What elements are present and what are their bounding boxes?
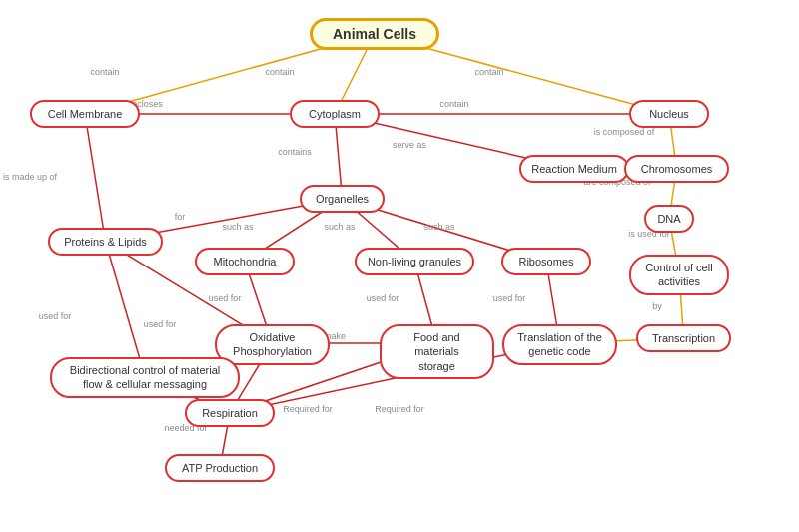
node-ribosomes: Ribosomes [501,248,591,275]
svg-text:contain: contain [439,99,468,109]
node-nucleus: Nucleus [629,100,709,128]
node-atp-production: ATP Production [165,454,275,482]
svg-text:used for: used for [144,319,177,329]
node-cell-membrane: Cell Membrane [30,100,140,128]
svg-line-24 [85,114,106,242]
svg-text:used for: used for [39,311,72,321]
node-oxidative-phosphorylation: Oxidative Phosphorylation [215,324,330,365]
node-non-living-granules: Non-living granules [355,248,474,275]
node-chromosomes: Chromosomes [624,155,729,183]
node-dna: DNA [644,205,694,233]
node-cytoplasm: Cytoplasm [290,100,380,128]
svg-text:contain: contain [90,67,119,77]
svg-text:contain: contain [265,67,294,77]
svg-text:Required for: Required for [283,404,333,414]
svg-text:for: for [175,212,186,222]
node-organelles: Organelles [300,185,385,213]
svg-text:by: by [652,301,662,311]
svg-text:contain: contain [474,67,503,77]
svg-text:used for: used for [367,293,400,303]
node-transcription: Transcription [636,324,731,352]
node-mitochondria: Mitochondria [195,248,295,275]
node-food-materials-storage: Food and materials storage [380,324,494,379]
node-proteins-lipids: Proteins & Lipids [48,228,163,256]
svg-text:such as: such as [423,222,455,232]
svg-text:is made up of: is made up of [3,172,58,182]
node-animal-cells: Animal Cells [310,18,439,50]
svg-text:used for: used for [209,293,242,303]
node-respiration: Respiration [185,399,275,427]
svg-text:such as: such as [222,222,254,232]
svg-text:serve as: serve as [393,140,427,150]
node-translation-genetic: Translation of the genetic code [502,324,617,365]
svg-text:Required for: Required for [375,404,424,414]
node-reaction-medium: Reaction Medium [519,155,629,183]
node-bidirectional-control: Bidirectional control of material flow &… [50,357,240,398]
node-control-cell: Control of cell activities [629,255,729,295]
svg-text:is composed of: is composed of [594,127,655,137]
svg-text:contains: contains [278,147,312,157]
svg-text:used for: used for [493,293,526,303]
svg-text:such as: such as [324,222,356,232]
